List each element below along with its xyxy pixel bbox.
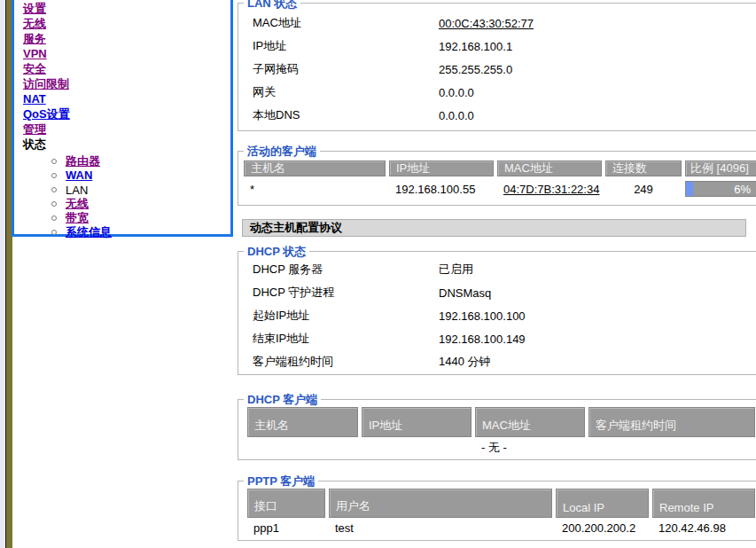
field-row: DHCP 守护进程 DNSMasq <box>238 281 756 304</box>
sidebar-item-status: 状态 <box>23 137 230 152</box>
field-label: 本地DNS <box>253 107 439 123</box>
ratio-progress-cell: 6% <box>685 181 756 197</box>
sidebar-subitem-router[interactable]: 路由器 <box>66 154 100 168</box>
column-header-ip: IP地址 <box>389 160 494 176</box>
field-row: 网关 0.0.0.0 <box>238 81 756 104</box>
sidebar-subitem-sysinfo[interactable]: 系统信息 <box>66 225 112 239</box>
circle-bullet-icon <box>51 159 57 164</box>
main-content: LAN 状态 MAC地址 00:0C:43:30:52:77 IP地址 192.… <box>235 0 756 548</box>
dhcp-clients-section: DHCP 客户端 主机名 IP地址 MAC地址 客户端租约时间 - 无 - <box>238 399 756 460</box>
dhcp-clients-legend: DHCP 客户端 <box>244 392 321 408</box>
dhcp-status-section: DHCP 状态 DHCP 服务器 已启用 DHCP 守护进程 DNSMasq 起… <box>238 251 756 375</box>
mac-address-link[interactable]: 00:0C:43:30:52:77 <box>439 17 534 30</box>
column-header-interface: 接口 <box>247 489 325 518</box>
dhcp-clients-header-row: 主机名 IP地址 MAC地址 客户端租约时间 <box>247 407 755 437</box>
field-label: DHCP 守护进程 <box>253 285 439 301</box>
ratio-percent-label: 6% <box>734 183 751 196</box>
column-header-username: 用户名 <box>329 489 552 518</box>
field-label: DHCP 服务器 <box>253 262 439 278</box>
active-client-row: * 192.168.100.55 04:7D:7B:31:22:34 249 6… <box>244 180 756 198</box>
pptp-client-row: ppp1 test 200.200.200.2 120.42.46.98 <box>247 520 755 536</box>
dhcp-clients-empty-label: - 无 - <box>238 440 750 456</box>
field-label: MAC地址 <box>253 15 439 31</box>
sidebar-item-nat[interactable]: NAT <box>23 91 230 106</box>
sidebar-item-security[interactable]: 安全 <box>23 61 230 76</box>
submenu-row: 无线 <box>23 197 230 211</box>
field-label: 网关 <box>253 84 439 100</box>
status-submenu: 路由器 WAN LAN 无线 带宽 系统信息 <box>23 154 230 239</box>
active-clients-legend: 活动的客户端 <box>244 144 320 160</box>
cell-username: test <box>329 521 552 535</box>
submenu-row: 带宽 <box>23 211 230 225</box>
sidebar-subitem-bandwidth[interactable]: 带宽 <box>66 211 89 225</box>
field-label: 子网掩码 <box>253 61 439 77</box>
active-clients-header-row: 主机名 IP地址 MAC地址 连接数 比例 [4096] <box>244 160 756 176</box>
sidebar-subitem-wan[interactable]: WAN <box>66 168 92 183</box>
field-label: IP地址 <box>253 38 439 54</box>
sidebar-menu: 设置 无线 服务 VPN 安全 访问限制 NAT QoS设置 管理 状态 路由器… <box>12 0 233 237</box>
active-clients-section: 活动的客户端 主机名 IP地址 MAC地址 连接数 比例 [4096] * 19… <box>238 151 756 206</box>
circle-bullet-icon <box>51 173 57 178</box>
lan-status-section: LAN 状态 MAC地址 00:0C:43:30:52:77 IP地址 192.… <box>238 3 756 131</box>
cell-remote-ip: 120.42.46.98 <box>652 521 755 535</box>
pptp-clients-section: PPTP 客户端 接口 用户名 Local IP Remote IP ppp1 … <box>238 481 756 541</box>
sidebar-item-access-restrictions[interactable]: 访问限制 <box>23 76 230 91</box>
column-header-remote-ip: Remote IP <box>652 489 755 518</box>
field-value: 255.255.255.0 <box>439 63 512 76</box>
field-value: 已启用 <box>439 262 473 278</box>
field-row: 本地DNS 0.0.0.0 <box>238 104 756 127</box>
ratio-bar-fill <box>686 182 693 196</box>
client-mac-link[interactable]: 04:7D:7B:31:22:34 <box>503 183 599 196</box>
field-row: DHCP 服务器 已启用 <box>238 258 756 281</box>
circle-bullet-icon <box>51 187 57 192</box>
submenu-row: 路由器 <box>23 154 230 168</box>
sidebar-item-vpn[interactable]: VPN <box>23 46 230 61</box>
column-header-ip: IP地址 <box>362 407 472 437</box>
sidebar-subitem-wireless[interactable]: 无线 <box>66 197 89 211</box>
column-header-hostname: 主机名 <box>247 407 358 437</box>
field-row: IP地址 192.168.100.1 <box>238 35 756 58</box>
column-header-ratio: 比例 [4096] <box>685 160 756 176</box>
pptp-clients-header-row: 接口 用户名 Local IP Remote IP <box>247 489 755 518</box>
circle-bullet-icon <box>51 215 57 221</box>
cell-ip: 192.168.100.55 <box>389 183 494 196</box>
cell-local-ip: 200.200.200.2 <box>556 521 649 535</box>
field-row: 客户端租约时间 1440 分钟 <box>238 350 756 373</box>
submenu-row: LAN <box>23 183 230 197</box>
dhcp-section-title-bar: 动态主机配置协议 <box>242 219 746 237</box>
sidebar-subitem-lan-current: LAN <box>66 184 88 197</box>
cell-interface: ppp1 <box>247 521 325 535</box>
field-row: MAC地址 00:0C:43:30:52:77 <box>238 12 756 35</box>
sidebar-item-setup[interactable]: 设置 <box>23 1 230 16</box>
field-label: 客户端租约时间 <box>253 354 439 370</box>
column-header-connections: 连接数 <box>605 160 682 176</box>
field-label: 起始IP地址 <box>253 308 439 324</box>
column-header-local-ip: Local IP <box>556 489 649 518</box>
cell-hostname: * <box>244 183 386 196</box>
submenu-row: WAN <box>23 168 230 183</box>
field-label: 结束IP地址 <box>253 331 439 347</box>
field-value: 192.168.100.149 <box>439 333 526 346</box>
column-header-lease-time: 客户端租约时间 <box>588 407 755 437</box>
column-header-mac: MAC地址 <box>497 160 602 176</box>
field-value: 0.0.0.0 <box>439 86 474 99</box>
cell-connections: 249 <box>605 183 682 196</box>
field-value: 1440 分钟 <box>439 354 491 370</box>
circle-bullet-icon <box>51 230 57 235</box>
lan-status-legend: LAN 状态 <box>244 0 300 12</box>
field-value: DNSMasq <box>439 286 491 300</box>
field-row: 子网掩码 255.255.255.0 <box>238 58 756 81</box>
sidebar-item-wireless[interactable]: 无线 <box>23 16 230 31</box>
dhcp-status-legend: DHCP 状态 <box>244 244 309 260</box>
field-value: 192.168.100.100 <box>439 309 526 323</box>
sidebar-item-services[interactable]: 服务 <box>23 31 230 46</box>
column-header-mac: MAC地址 <box>475 407 585 437</box>
field-row: 结束IP地址 192.168.100.149 <box>238 327 756 350</box>
submenu-row: 系统信息 <box>23 225 230 239</box>
field-row: 起始IP地址 192.168.100.100 <box>238 304 756 327</box>
sidebar-item-administration[interactable]: 管理 <box>23 121 230 137</box>
pptp-clients-legend: PPTP 客户端 <box>244 474 318 489</box>
sidebar-item-qos[interactable]: QoS设置 <box>23 106 230 121</box>
circle-bullet-icon <box>51 201 57 207</box>
column-header-hostname: 主机名 <box>244 160 386 176</box>
